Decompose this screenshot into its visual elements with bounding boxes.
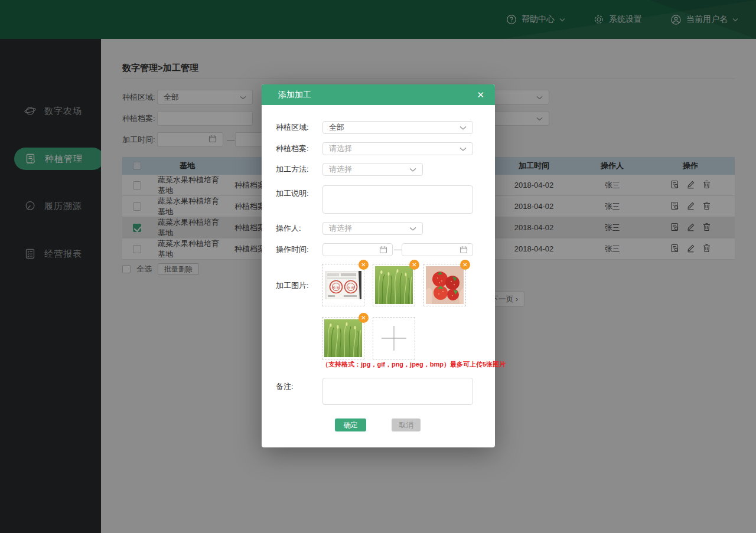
remove-image-icon[interactable]: ✕ [359,313,369,323]
processing-image-thumb-grass-2[interactable]: ✕ [322,317,364,359]
svg-text:检 验: 检 验 [333,286,339,289]
field-archive-placeholder: 请选择 [329,143,352,154]
strawberry-photo [426,266,464,304]
modal-title: 添加加工 [278,90,311,100]
field-desc-label: 加工说明: [276,187,309,200]
field-method-select[interactable]: 请选择 [322,163,423,176]
chevron-down-icon [409,224,416,233]
remove-image-icon[interactable]: ✕ [359,260,369,270]
chevron-down-icon [409,165,416,174]
date-range-dash: — [394,243,402,256]
field-operator-select[interactable]: 请选择 [322,222,423,235]
field-optime-from[interactable] [322,243,393,256]
grass-photo [375,266,413,304]
chevron-down-icon [460,145,467,153]
field-area-label: 种植区域: [276,121,309,134]
field-images-label: 加工图片: [276,279,309,292]
modal-header: 添加加工 ✕ [262,84,495,105]
svg-text:合 格: 合 格 [347,286,354,290]
app-window: 帮助中心 系统设置 [0,0,756,533]
add-processing-modal: 添加加工 ✕ 种植区域: 全部 种植档案: 请选择 加工方法: 请选择 加工说明… [262,84,495,447]
field-optime-label: 操作时间: [276,243,309,256]
field-method-placeholder: 请选择 [329,164,352,175]
grass-photo [324,319,362,357]
confirm-button[interactable]: 确定 [335,418,366,431]
field-note-label: 备注: [276,380,294,393]
field-area-value: 全部 [329,122,344,133]
chevron-down-icon [460,123,467,132]
field-archive-label: 种植档案: [276,142,309,155]
processing-image-thumb-certificate[interactable]: 检 验 合 格 ✕ [322,264,364,306]
processing-image-thumb-grass[interactable]: ✕ [373,264,415,306]
field-method-label: 加工方法: [276,163,309,176]
field-archive-select[interactable]: 请选择 [322,142,473,155]
field-desc-textarea[interactable] [322,185,473,214]
remove-image-icon[interactable]: ✕ [460,260,470,270]
calendar-icon [379,246,387,254]
processing-image-thumb-strawberry[interactable]: ✕ [423,264,466,306]
image-format-note: （支持格式：jpg，gif，png，jpeg，bmp）最多可上传5张图片 [322,360,506,369]
add-image-upload-button[interactable] [373,317,415,359]
certificate-photo: 检 验 合 格 [324,266,362,304]
field-area-select[interactable]: 全部 [322,121,473,134]
field-optime-to[interactable] [402,243,473,256]
cancel-button[interactable]: 取消 [392,418,421,431]
remove-image-icon[interactable]: ✕ [409,260,419,270]
close-icon[interactable]: ✕ [477,90,484,99]
calendar-icon [460,246,468,254]
field-operator-label: 操作人: [276,222,301,235]
field-operator-placeholder: 请选择 [329,223,352,234]
field-note-textarea[interactable] [322,378,473,405]
